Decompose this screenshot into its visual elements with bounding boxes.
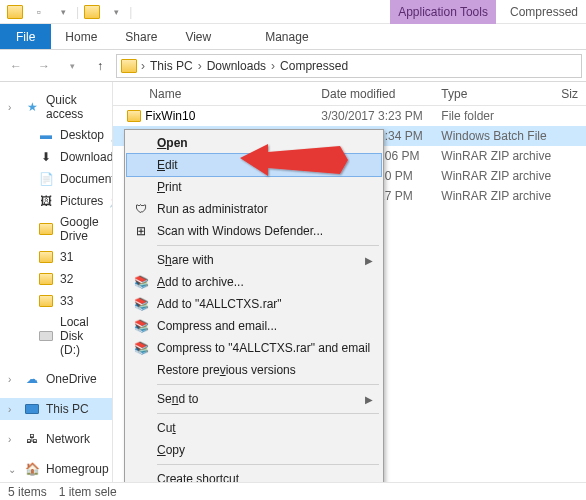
sidebar-homegroup[interactable]: ⌄🏠Homegroup <box>0 458 112 480</box>
menu-print[interactable]: Print <box>127 176 381 198</box>
address-bar[interactable]: › This PC › Downloads › Compressed <box>116 54 582 78</box>
sidebar-folder[interactable]: 31 <box>0 246 112 268</box>
menu-copy[interactable]: Copy <box>127 439 381 461</box>
chevron-right-icon[interactable]: › <box>198 59 202 73</box>
menu-send-to[interactable]: Send to▶ <box>127 388 381 410</box>
menu-add-archive[interactable]: 📚Add to archive... <box>127 271 381 293</box>
file-type: WinRAR ZIP archive <box>433 189 553 203</box>
column-date[interactable]: Date modified <box>313 87 433 101</box>
menu-edit[interactable]: Edit <box>127 154 381 176</box>
folder-icon <box>38 221 54 237</box>
desktop-icon: ▬ <box>38 127 54 143</box>
menu-separator <box>157 384 379 385</box>
network-icon: 🖧 <box>24 431 40 447</box>
menu-share-with[interactable]: Share with▶ <box>127 249 381 271</box>
sidebar-folder[interactable]: 33 <box>0 290 112 312</box>
menu-scan-defender[interactable]: ⊞Scan with Windows Defender... <box>127 220 381 242</box>
title-bar: ▫ ▾ | ▾ | Application Tools Compressed <box>0 0 586 24</box>
status-selection: 1 item sele <box>59 485 117 499</box>
sidebar-onedrive[interactable]: ›☁OneDrive <box>0 368 112 390</box>
chevron-right-icon[interactable]: › <box>8 102 11 113</box>
tab-file[interactable]: File <box>0 24 51 49</box>
chevron-right-icon: ▶ <box>365 394 373 405</box>
qat-dropdown-icon[interactable]: ▾ <box>52 1 74 23</box>
menu-label: Edit <box>157 158 178 172</box>
recent-dropdown-icon[interactable]: ▾ <box>60 54 84 78</box>
breadcrumb-segment[interactable]: Downloads <box>204 59 269 73</box>
winrar-icon: 📚 <box>133 318 149 334</box>
column-size[interactable]: Siz <box>553 87 586 101</box>
chevron-down-icon[interactable]: ⌄ <box>8 464 16 475</box>
menu-separator <box>157 413 379 414</box>
chevron-right-icon[interactable]: › <box>8 434 11 445</box>
menu-add-rar[interactable]: 📚Add to "4ALLCTXS.rar" <box>127 293 381 315</box>
column-type[interactable]: Type <box>433 87 553 101</box>
back-button[interactable]: ← <box>4 54 28 78</box>
winrar-icon: 📚 <box>133 274 149 290</box>
chevron-right-icon[interactable]: › <box>8 374 11 385</box>
chevron-right-icon: ▶ <box>365 255 373 266</box>
sidebar-documents[interactable]: 📄Documents📌 <box>0 168 112 190</box>
sidebar-downloads[interactable]: ⬇Downloads📌 <box>0 146 112 168</box>
tab-home[interactable]: Home <box>51 24 111 49</box>
file-type: File folder <box>433 109 553 123</box>
sidebar-desktop[interactable]: ▬Desktop📌 <box>0 124 112 146</box>
pictures-icon: 🖼 <box>38 193 54 209</box>
sidebar-label: 32 <box>60 272 73 286</box>
documents-icon: 📄 <box>38 171 54 187</box>
menu-label: Add to archive... <box>157 275 244 289</box>
file-type: Windows Batch File <box>433 129 553 143</box>
menu-label: Copy <box>157 443 185 457</box>
folder-icon <box>4 1 26 23</box>
qat-dropdown-icon[interactable]: ▾ <box>105 1 127 23</box>
menu-label: Compress to "4ALLCTXS.rar" and email <box>157 341 370 355</box>
qat-item[interactable]: ▫ <box>28 1 50 23</box>
homegroup-icon: 🏠 <box>24 461 40 477</box>
navigation-sidebar: ›★Quick access ▬Desktop📌 ⬇Downloads📌 📄Do… <box>0 82 113 482</box>
sidebar-local-disk[interactable]: Local Disk (D:) <box>0 312 112 360</box>
up-button[interactable]: ↑ <box>88 54 112 78</box>
menu-run-admin[interactable]: 🛡Run as administrator <box>127 198 381 220</box>
tab-share[interactable]: Share <box>111 24 171 49</box>
menu-restore-versions[interactable]: Restore previous versions <box>127 359 381 381</box>
menu-label: Cut <box>157 421 176 435</box>
column-name[interactable]: Name <box>113 87 313 101</box>
sidebar-pictures[interactable]: 🖼Pictures📌 <box>0 190 112 212</box>
defender-icon: ⊞ <box>133 223 149 239</box>
ribbon-tabs: File Home Share View Manage <box>0 24 586 50</box>
menu-open[interactable]: Open <box>127 132 381 154</box>
menu-label: Print <box>157 180 182 194</box>
sidebar-google-drive[interactable]: Google Drive <box>0 212 112 246</box>
quick-access-toolbar: ▫ ▾ | ▾ | <box>0 1 132 23</box>
sidebar-this-pc[interactable]: ›This PC <box>0 398 112 420</box>
table-row[interactable]: FixWin10 3/30/2017 3:23 PM File folder <box>113 106 586 126</box>
sidebar-folder[interactable]: 32 <box>0 268 112 290</box>
tab-manage[interactable]: Manage <box>251 24 322 49</box>
downloads-icon: ⬇ <box>38 149 54 165</box>
breadcrumb-segment[interactable]: Compressed <box>277 59 351 73</box>
file-type: WinRAR ZIP archive <box>433 149 553 163</box>
sidebar-label: Downloads <box>60 150 113 164</box>
folder-icon <box>38 271 54 287</box>
sidebar-label: OneDrive <box>46 372 97 386</box>
breadcrumb-segment[interactable]: This PC <box>147 59 196 73</box>
menu-separator <box>157 464 379 465</box>
menu-compress-email[interactable]: 📚Compress and email... <box>127 315 381 337</box>
sidebar-label: Documents <box>60 172 113 186</box>
sidebar-label: Homegroup <box>46 462 109 476</box>
sidebar-network[interactable]: ›🖧Network <box>0 428 112 450</box>
folder-icon <box>81 1 103 23</box>
tab-view[interactable]: View <box>171 24 225 49</box>
sidebar-label: Quick access <box>46 93 106 121</box>
file-date: 3/30/2017 3:23 PM <box>313 109 433 123</box>
chevron-right-icon[interactable]: › <box>271 59 275 73</box>
sidebar-label: Desktop <box>60 128 104 142</box>
menu-cut[interactable]: Cut <box>127 417 381 439</box>
menu-compress-rar-email[interactable]: 📚Compress to "4ALLCTXS.rar" and email <box>127 337 381 359</box>
sidebar-quick-access[interactable]: ›★Quick access <box>0 90 112 124</box>
chevron-right-icon[interactable]: › <box>8 404 11 415</box>
chevron-right-icon[interactable]: › <box>141 59 145 73</box>
folder-icon <box>38 293 54 309</box>
sidebar-label: Google Drive <box>60 215 106 243</box>
menu-label: Scan with Windows Defender... <box>157 224 323 238</box>
